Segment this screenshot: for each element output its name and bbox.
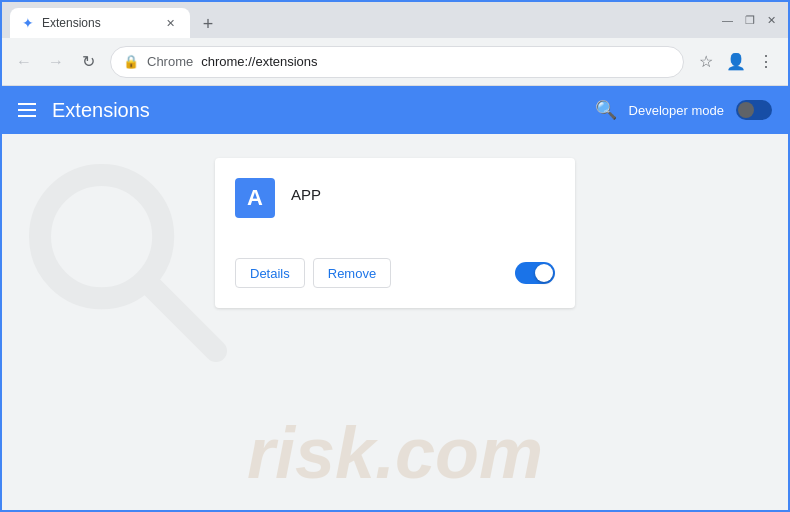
svg-line-1 xyxy=(145,281,215,351)
svg-point-0 xyxy=(40,175,163,298)
tab-close-button[interactable]: ✕ xyxy=(162,15,178,31)
site-security-icon: 🔒 xyxy=(123,54,139,69)
bookmark-button[interactable]: ☆ xyxy=(692,48,720,76)
extensions-page-title: Extensions xyxy=(52,99,150,122)
extension-app-name: APP xyxy=(291,178,321,203)
minimize-button[interactable]: — xyxy=(722,14,733,26)
developer-mode-toggle[interactable] xyxy=(736,100,772,120)
address-url: chrome://extensions xyxy=(201,54,317,69)
extensions-header-left: Extensions xyxy=(18,99,150,122)
close-button[interactable]: ✕ xyxy=(767,14,776,27)
extension-app-icon: A xyxy=(235,178,275,218)
extension-card: A APP Details Remove xyxy=(215,158,575,308)
new-tab-button[interactable]: + xyxy=(194,10,222,38)
forward-button[interactable]: → xyxy=(42,48,70,76)
details-button[interactable]: Details xyxy=(235,258,305,288)
toggle-knob xyxy=(738,102,754,118)
hamburger-menu-button[interactable] xyxy=(18,103,36,117)
back-button[interactable]: ← xyxy=(10,48,38,76)
browser-titlebar: ✦ Extensions ✕ + — ❐ ✕ xyxy=(2,2,788,38)
restore-button[interactable]: ❐ xyxy=(745,14,755,27)
address-bar[interactable]: 🔒 Chrome chrome://extensions xyxy=(110,46,684,78)
tab-favicon-icon: ✦ xyxy=(22,15,34,31)
profile-button[interactable]: 👤 xyxy=(722,48,750,76)
search-icon[interactable]: 🔍 xyxy=(595,99,617,121)
window-controls: — ❐ ✕ xyxy=(722,14,780,27)
tab-strip: ✦ Extensions ✕ + xyxy=(10,2,718,38)
developer-mode-label: Developer mode xyxy=(629,103,724,118)
refresh-button[interactable]: ↻ xyxy=(74,48,102,76)
browser-toolbar: ← → ↻ 🔒 Chrome chrome://extensions ☆ 👤 ⋮ xyxy=(2,38,788,86)
extension-enable-toggle[interactable] xyxy=(515,262,555,284)
app-icon-letter: A xyxy=(247,185,263,211)
extensions-header: Extensions 🔍 Developer mode xyxy=(2,86,788,134)
extensions-header-right: 🔍 Developer mode xyxy=(595,99,772,121)
site-name: Chrome xyxy=(147,54,193,69)
active-tab[interactable]: ✦ Extensions ✕ xyxy=(10,8,190,38)
extension-toggle-knob xyxy=(535,264,553,282)
refresh-icon: ↻ xyxy=(82,52,95,71)
tab-title: Extensions xyxy=(42,16,154,30)
toolbar-right: ☆ 👤 ⋮ xyxy=(692,48,780,76)
extensions-content: risk.com A APP Details Remove xyxy=(2,134,788,512)
browser-menu-button[interactable]: ⋮ xyxy=(752,48,780,76)
extension-card-bottom: Details Remove xyxy=(235,258,555,288)
remove-button[interactable]: Remove xyxy=(313,258,391,288)
back-arrow-icon: ← xyxy=(16,53,32,71)
extension-card-top: A APP xyxy=(235,178,555,218)
watermark-text: risk.com xyxy=(247,412,543,494)
forward-arrow-icon: → xyxy=(48,53,64,71)
magnifier-watermark-icon xyxy=(18,153,238,373)
